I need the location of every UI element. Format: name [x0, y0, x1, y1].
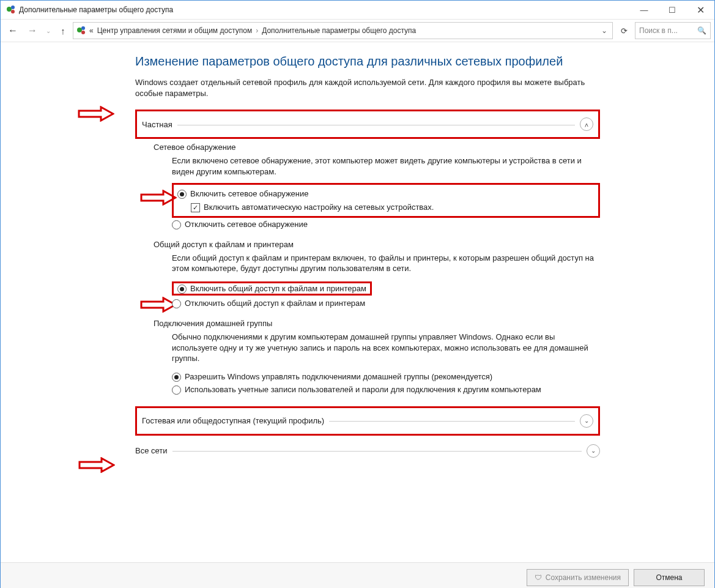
file-share-desc: Если общий доступ к файлам и принтерам в…: [172, 253, 600, 274]
checkbox-label: Включить автоматическую настройку на сет…: [204, 202, 434, 213]
shield-icon: 🛡: [535, 573, 542, 582]
radio-homegroup-windows[interactable]: Разрешить Windows управлять подключениям…: [172, 370, 600, 384]
window-title: Дополнительные параметры общего доступа: [19, 6, 173, 14]
radio-icon: [177, 285, 187, 294]
radio-network-discovery-on[interactable]: Включить сетевое обнаружение: [177, 187, 595, 201]
radio-label: Отключить общий доступ к файлам и принте…: [185, 298, 365, 309]
footer: 🛡 Сохранить изменения Отмена: [1, 562, 714, 588]
section-private-header[interactable]: Частная ʌ: [142, 114, 593, 135]
file-share-on-highlight: Включить общий доступ к файлам и принтер…: [172, 281, 372, 296]
nav-up-button[interactable]: ↑: [56, 23, 70, 38]
save-button[interactable]: 🛡 Сохранить изменения: [527, 569, 629, 586]
section-private-header-highlight: Частная ʌ: [135, 110, 600, 139]
nav-forward-button[interactable]: →: [24, 22, 41, 39]
titlebar: Дополнительные параметры общего доступа …: [1, 1, 714, 20]
close-button[interactable]: ✕: [686, 1, 714, 19]
chevron-up-icon[interactable]: ʌ: [580, 117, 593, 131]
nav-back-button[interactable]: ←: [4, 22, 21, 39]
chevron-down-icon[interactable]: ⌄: [587, 444, 600, 458]
radio-label: Отключить сетевое обнаружение: [185, 219, 308, 230]
cancel-button-label: Отмена: [656, 573, 682, 582]
radio-network-discovery-off[interactable]: Отключить сетевое обнаружение: [172, 218, 600, 231]
network-discovery-on-highlight: Включить сетевое обнаружение ✓ Включить …: [172, 183, 600, 218]
radio-label: Включить общий доступ к файлам и принтер…: [190, 283, 366, 294]
checkbox-auto-config[interactable]: ✓ Включить автоматическую настройку на с…: [191, 201, 595, 214]
maximize-button[interactable]: ☐: [658, 1, 686, 19]
file-share-title: Общий доступ к файлам и принтерам: [154, 240, 600, 249]
homegroup-title: Подключения домашней группы: [154, 319, 600, 328]
breadcrumb-icon: [76, 25, 86, 37]
breadcrumb-item-2: Дополнительные параметры общего доступа: [262, 26, 416, 35]
section-all-label: Все сети: [135, 446, 168, 455]
search-input[interactable]: Поиск в п... 🔍: [635, 22, 711, 39]
refresh-button[interactable]: ⟳: [615, 22, 632, 39]
radio-label: Использовать учетные записи пользователе…: [185, 384, 541, 395]
app-icon: [6, 4, 15, 16]
radio-icon: [172, 373, 181, 382]
radio-label: Включить сетевое обнаружение: [190, 188, 309, 199]
network-discovery-title: Сетевое обнаружение: [154, 143, 600, 152]
radio-label: Разрешить Windows управлять подключениям…: [185, 371, 492, 382]
breadcrumb-root-glyph: «: [89, 26, 94, 35]
page-subtitle: Windows создает отдельный сетевой профил…: [135, 77, 600, 99]
checkbox-icon: ✓: [191, 203, 200, 212]
breadcrumb-item-1[interactable]: Центр управления сетями и общим доступом: [97, 26, 253, 35]
annotation-arrow-1: [78, 106, 114, 122]
radio-icon: [172, 299, 181, 308]
nav-history-dropdown[interactable]: ⌄: [43, 22, 53, 39]
annotation-arrow-4: [78, 457, 115, 473]
section-guest-header-highlight: Гостевая или общедоступная (текущий проф…: [135, 406, 600, 436]
breadcrumbs[interactable]: « Центр управления сетями и общим доступ…: [73, 22, 613, 39]
radio-icon: [172, 220, 181, 229]
navbar: ← → ⌄ ↑ « Центр управления сетями и общи…: [1, 20, 714, 42]
search-icon: 🔍: [697, 26, 706, 35]
section-guest-header[interactable]: Гостевая или общедоступная (текущий проф…: [142, 411, 593, 431]
network-discovery-desc: Если включено сетевое обнаружение, этот …: [172, 155, 600, 177]
minimize-button[interactable]: —: [630, 1, 658, 19]
page-title: Изменение параметров общего доступа для …: [135, 54, 600, 69]
search-placeholder: Поиск в п...: [639, 26, 694, 35]
radio-icon: [177, 190, 187, 199]
radio-homegroup-usercreds[interactable]: Использовать учетные записи пользователе…: [172, 383, 600, 396]
section-guest-label: Гостевая или общедоступная (текущий проф…: [142, 416, 324, 425]
radio-icon: [172, 385, 181, 395]
chevron-down-icon[interactable]: ⌄: [580, 414, 593, 428]
section-private-label: Частная: [142, 120, 172, 129]
chevron-down-icon[interactable]: ⌄: [601, 26, 610, 35]
radio-file-share-on[interactable]: Включить общий доступ к файлам и принтер…: [172, 280, 600, 297]
radio-file-share-off[interactable]: Отключить общий доступ к файлам и принте…: [172, 297, 600, 310]
chevron-right-icon: ›: [256, 26, 258, 35]
cancel-button[interactable]: Отмена: [634, 569, 705, 586]
homegroup-desc: Обычно подключениями к другим компьютера…: [172, 332, 600, 364]
section-all-header[interactable]: Все сети ⌄: [135, 441, 600, 461]
save-button-label: Сохранить изменения: [546, 573, 621, 582]
